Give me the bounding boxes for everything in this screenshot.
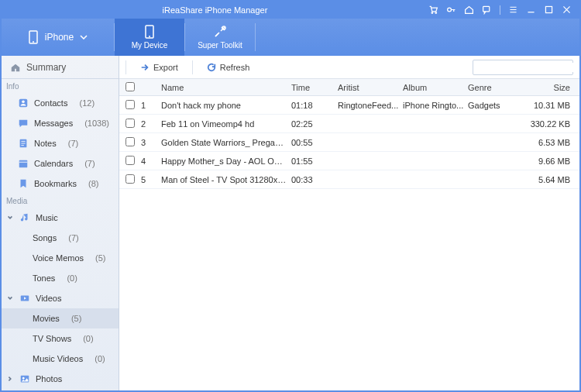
grid-header: Name Time Aritist Album Genre Size	[119, 79, 579, 96]
refresh-button[interactable]: Refresh	[204, 61, 253, 74]
home-icon[interactable]	[464, 5, 474, 16]
sidebar-calendars[interactable]: Calendars (7)	[2, 153, 119, 174]
row-artist: RingtoneFeed...	[338, 101, 403, 110]
col-size[interactable]: Size	[522, 83, 576, 92]
row-checkbox[interactable]	[125, 137, 135, 146]
row-size: 9.66 MB	[522, 156, 576, 166]
sidebar-movies[interactable]: Movies (5)	[2, 308, 119, 328]
device-selector[interactable]: iPhone	[2, 19, 114, 56]
maximize-icon[interactable]	[544, 5, 554, 16]
row-checkbox[interactable]	[125, 174, 135, 184]
music-icon	[19, 211, 31, 224]
sidebar-messages[interactable]: Messages (1038)	[2, 113, 119, 133]
songs-label: Songs	[33, 233, 57, 242]
col-genre[interactable]: Genre	[468, 83, 522, 92]
col-name[interactable]: Name	[161, 83, 291, 92]
separator	[192, 60, 193, 74]
feedback-icon[interactable]	[482, 5, 492, 16]
photos-icon	[19, 373, 31, 385]
movies-count: (5)	[71, 314, 81, 323]
sidebar-summary[interactable]: Summary	[2, 56, 119, 79]
col-album[interactable]: Album	[403, 83, 468, 92]
sidebar-contacts[interactable]: Contacts (12)	[2, 93, 119, 113]
separator	[255, 23, 256, 51]
contacts-label: Contacts	[34, 98, 67, 108]
sidebar-bookmarks[interactable]: Bookmarks (8)	[2, 174, 119, 194]
data-grid: Name Time Aritist Album Genre Size 1Don'…	[119, 79, 579, 392]
sidebar-songs[interactable]: Songs (7)	[2, 228, 119, 248]
table-row[interactable]: 2Feb 11 on Vimeomp4 hd02:25330.22 KB	[119, 115, 579, 133]
minimize-icon[interactable]	[526, 5, 536, 16]
sidebar-music[interactable]: Music	[2, 208, 119, 228]
group-info: Info	[2, 79, 119, 93]
export-button[interactable]: Export	[137, 61, 181, 74]
notes-label: Notes	[34, 139, 57, 148]
row-album: iPhone Ringto...	[403, 101, 468, 110]
table-row[interactable]: 3Golden State Warriors_ Pregame D...00:5…	[119, 133, 579, 152]
sidebar-photos[interactable]: Photos	[2, 369, 119, 389]
export-label: Export	[153, 63, 178, 72]
messages-count: (1038)	[84, 119, 109, 128]
row-genre: Gadgets	[468, 101, 522, 110]
group-media: Media	[2, 194, 119, 208]
menu-icon[interactable]	[508, 5, 518, 16]
calendar-icon	[17, 157, 29, 170]
svg-point-1	[435, 12, 437, 13]
sidebar-videos[interactable]: Videos	[2, 288, 119, 308]
svg-rect-3	[483, 6, 490, 12]
musicvideos-label: Music Videos	[33, 354, 83, 363]
row-time: 01:18	[291, 101, 338, 110]
my-device-button[interactable]: My Device	[115, 19, 184, 56]
calendars-label: Calendars	[34, 159, 73, 168]
chevron-down-icon[interactable]	[6, 214, 14, 222]
row-checkbox[interactable]	[125, 119, 135, 128]
chevron-down-icon[interactable]	[6, 294, 14, 302]
svg-point-0	[431, 12, 433, 13]
bookmarks-icon	[17, 177, 29, 190]
table-row[interactable]: 5Man of Steel - TV Spot 31280x720 ...00:…	[119, 170, 579, 189]
key-icon[interactable]	[446, 5, 456, 16]
row-name: Golden State Warriors_ Pregame D...	[161, 138, 291, 147]
search-box[interactable]	[473, 60, 573, 75]
musicvideos-count: (0)	[95, 354, 105, 363]
grid-body: 1Don't hack my phone01:18RingtoneFeed...…	[119, 96, 579, 189]
col-artist[interactable]: Aritist	[338, 83, 403, 92]
close-icon[interactable]	[562, 5, 572, 16]
row-checkbox[interactable]	[125, 100, 135, 109]
col-time[interactable]: Time	[291, 83, 338, 92]
row-index: 5	[141, 175, 161, 184]
sidebar-musicvideos[interactable]: Music Videos (0)	[2, 349, 119, 369]
chevron-right-icon[interactable]	[6, 375, 14, 383]
super-toolkit-label: Super Toolkit	[198, 41, 242, 50]
sidebar-voicememos[interactable]: Voice Memos (5)	[2, 248, 119, 268]
svg-point-6	[33, 41, 34, 43]
sidebar-notes[interactable]: Notes (7)	[2, 133, 119, 153]
music-label: Music	[36, 213, 58, 222]
row-size: 330.22 KB	[522, 119, 576, 129]
row-name: Don't hack my phone	[161, 101, 291, 110]
voicememos-count: (5)	[95, 253, 105, 263]
app-title: iReaShare iPhone Manager	[2, 5, 428, 15]
separator	[125, 60, 126, 74]
row-index: 3	[141, 138, 161, 147]
super-toolkit-button[interactable]: Super Toolkit	[185, 19, 255, 56]
sidebar-books[interactable]: Books (26)	[2, 389, 119, 392]
sidebar-tvshows[interactable]: TV Shows (0)	[2, 328, 119, 349]
row-checkbox[interactable]	[125, 156, 135, 165]
notes-icon	[17, 137, 29, 150]
svg-rect-4	[545, 6, 552, 12]
sidebar-tones[interactable]: Tones (0)	[2, 268, 119, 288]
separator	[500, 5, 500, 15]
contacts-count: (12)	[79, 98, 95, 108]
main-toolbar: iPhone My Device Super Toolkit	[2, 19, 579, 56]
select-all-checkbox[interactable]	[125, 82, 135, 91]
search-input[interactable]	[476, 63, 581, 72]
tvshows-count: (0)	[83, 334, 93, 343]
table-row[interactable]: 1Don't hack my phone01:18RingtoneFeed...…	[119, 96, 579, 115]
cart-icon[interactable]	[428, 5, 438, 16]
calendars-count: (7)	[84, 159, 95, 168]
photos-label: Photos	[36, 374, 62, 383]
row-time: 01:55	[291, 156, 338, 166]
table-row[interactable]: 4Happy Mother_s Day - AOL Onmp4...01:559…	[119, 152, 579, 170]
messages-icon	[17, 117, 29, 129]
